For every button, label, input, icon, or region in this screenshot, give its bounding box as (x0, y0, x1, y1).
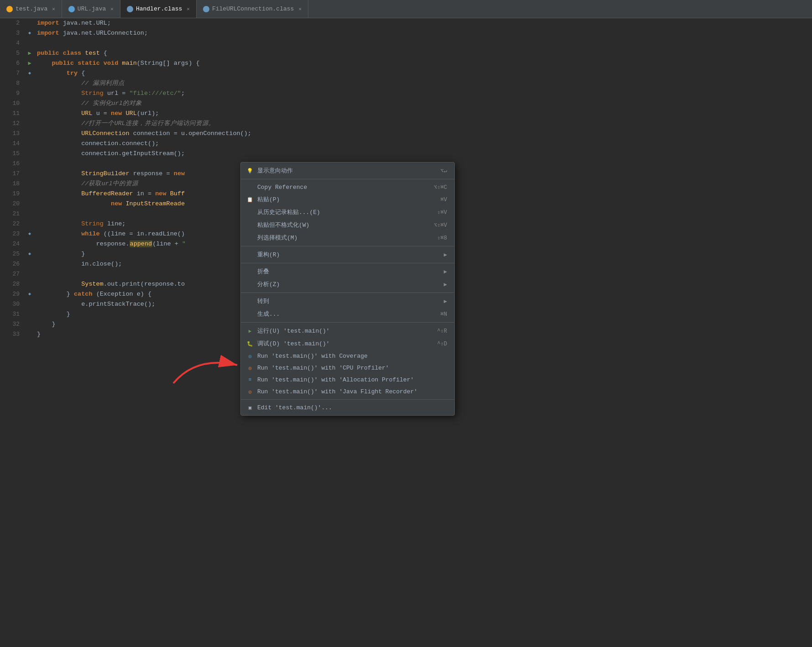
menu-item-column-select[interactable]: 列选择模式(M) ⇧⌘8 (241, 231, 454, 244)
menu-label-edit-main: Edit 'test.main()'... (257, 404, 332, 411)
goto-icon (246, 297, 254, 305)
tab-close-test-java[interactable]: ✕ (52, 6, 55, 12)
code-line-9: 9 String url = "file:///etc/"; (0, 89, 812, 99)
line-number-29: 29 (0, 289, 25, 299)
tab-handler-class[interactable]: Handler.class ✕ (120, 0, 197, 18)
code-line-15: 15 connection.getInputStream(); (0, 149, 812, 159)
menu-item-analyze[interactable]: 分析(Z) ▶ (241, 278, 454, 291)
code-content-9: String url = "file:///etc/"; (34, 89, 812, 99)
paste-plain-icon (246, 221, 254, 229)
code-content-7: try { (34, 68, 812, 78)
cpu-icon: ◎ (246, 364, 254, 371)
run-arrow-5[interactable]: ▶ (28, 48, 31, 58)
tab-fileurlconnection-class[interactable]: FileURLConnection.class ✕ (197, 0, 308, 18)
menu-item-debug[interactable]: 🐛 调试(D) 'test.main()' ^⇧D (241, 337, 454, 350)
code-line-10: 10 // 实例化url的对象 (0, 99, 812, 109)
menu-label-run-cpu: Run 'test.main()' with 'CPU Profiler' (257, 365, 389, 371)
menu-item-goto[interactable]: 转到 ▶ (241, 295, 454, 308)
edit-icon: ▣ (246, 404, 254, 411)
line-number-19: 19 (0, 189, 25, 199)
menu-item-run-jfr[interactable]: ◎ Run 'test.main()' with 'Java Flight Re… (241, 386, 454, 397)
refactor-icon (246, 251, 254, 258)
code-line-6: 6 ▶ public static void main(String[] arg… (0, 58, 812, 68)
line-number-30: 30 (0, 299, 25, 309)
tab-bar: test.java ✕ URL.java ✕ Handler.class ✕ F… (0, 0, 812, 18)
menu-item-generate[interactable]: 生成... ⌘N (241, 308, 454, 320)
menu-item-copy-reference[interactable]: Copy Reference ⌥⇧⌘C (241, 181, 454, 193)
gutter-23: ◆ (25, 229, 34, 239)
code-line-5: 5 ▶ public class test { (0, 48, 812, 58)
code-line-8: 8 // 漏洞利用点 (0, 78, 812, 89)
code-content-12: //打开一个URL连接，并运行客户端访问资源。 (34, 119, 812, 129)
menu-shortcut-paste-history: ⇧⌘V (437, 209, 447, 216)
tab-close-handler-class[interactable]: ✕ (187, 6, 190, 12)
tab-url-java[interactable]: URL.java ✕ (62, 0, 120, 18)
code-content-13: URLConnection connection = u.openConnect… (34, 129, 812, 139)
menu-shortcut-debug: ^⇧D (437, 340, 447, 347)
tab-icon-file (203, 6, 209, 12)
menu-shortcut-paste-plain: ⌥⇧⌘V (434, 222, 447, 229)
code-line-13: 13 URLConnection connection = u.openConn… (0, 129, 812, 139)
code-line-12: 12 //打开一个URL连接，并运行客户端访问资源。 (0, 119, 812, 129)
line-number-18: 18 (0, 179, 25, 189)
code-line-14: 14 connection.connect(); (0, 139, 812, 149)
gutter-3: ◆ (25, 28, 34, 38)
line-number-2: 2 (0, 18, 25, 28)
menu-label-paste-history: 从历史记录粘贴...(E) (257, 208, 320, 216)
code-content-6: public static void main(String[] args) { (34, 58, 812, 68)
paste-history-icon (246, 209, 254, 216)
copy-icon (246, 183, 254, 191)
tab-close-fileurlconnection-class[interactable]: ✕ (298, 6, 302, 12)
code-line-7: 7 ◆ try { (0, 68, 812, 78)
tab-close-url-java[interactable]: ✕ (110, 6, 114, 12)
code-line-4: 4 (0, 38, 812, 48)
menu-label-run-alloc: Run 'test.main()' with 'Allocation Profi… (257, 376, 414, 383)
menu-label-run-jfr: Run 'test.main()' with 'Java Flight Reco… (257, 388, 417, 395)
line-number-20: 20 (0, 199, 25, 209)
paste-icon: 📋 (246, 196, 254, 203)
line-number-24: 24 (0, 239, 25, 249)
run-arrow-6[interactable]: ▶ (28, 58, 31, 68)
code-content-2: import java.net.URL; (34, 18, 812, 28)
menu-item-paste-history[interactable]: 从历史记录粘贴...(E) ⇧⌘V (241, 206, 454, 219)
tab-icon-url (68, 6, 75, 12)
menu-label-run-coverage: Run 'test.main()' with Coverage (257, 353, 368, 360)
menu-label-fold: 折叠 (257, 267, 269, 276)
goto-submenu-arrow: ▶ (444, 298, 447, 305)
menu-item-fold[interactable]: 折叠 ▶ (241, 265, 454, 278)
code-content-3: import java.net.URLConnection; (34, 28, 812, 38)
tab-label-test-java: test.java (16, 5, 47, 12)
line-number-12: 12 (0, 119, 25, 129)
menu-item-run[interactable]: ▶ 运行(U) 'test.main()' ^⇧R (241, 324, 454, 337)
menu-item-refactor[interactable]: 重构(R) ▶ (241, 248, 454, 261)
menu-item-run-coverage[interactable]: ◎ Run 'test.main()' with Coverage (241, 350, 454, 362)
menu-separator-3 (241, 263, 454, 263)
bookmark-icon-23: ◆ (28, 229, 31, 239)
tab-test-java[interactable]: test.java ✕ (0, 0, 62, 18)
menu-item-show-actions[interactable]: 💡 显示意向动作 ⌥↵ (241, 164, 454, 177)
tab-icon-handler (127, 6, 133, 12)
analyze-submenu-arrow: ▶ (444, 281, 447, 288)
menu-item-paste[interactable]: 📋 粘贴(P) ⌘V (241, 193, 454, 206)
bookmark-icon-7: ◆ (28, 68, 31, 78)
menu-label-paste: 粘贴(P) (257, 195, 280, 203)
flight-icon: ◎ (246, 388, 254, 395)
line-number-27: 27 (0, 269, 25, 279)
bookmark-icon-25: ◆ (28, 249, 31, 259)
tab-label-handler-class: Handler.class (136, 5, 182, 12)
menu-item-edit-main[interactable]: ▣ Edit 'test.main()'... (241, 402, 454, 413)
menu-shortcut-run: ^⇧R (437, 328, 447, 334)
code-content-5: public class test { (34, 48, 812, 58)
run-icon: ▶ (246, 327, 254, 334)
menu-label-run: 运行(U) 'test.main()' (257, 327, 330, 335)
bulb-icon: 💡 (246, 167, 254, 174)
line-number-11: 11 (0, 109, 25, 119)
code-content-14: connection.connect(); (34, 139, 812, 149)
generate-icon (246, 310, 254, 318)
menu-separator-2 (241, 246, 454, 246)
line-number-14: 14 (0, 139, 25, 149)
menu-item-paste-plain[interactable]: 粘贴但不格式化(W) ⌥⇧⌘V (241, 219, 454, 231)
menu-item-run-alloc[interactable]: ≡ Run 'test.main()' with 'Allocation Pro… (241, 374, 454, 386)
code-content-15: connection.getInputStream(); (34, 149, 812, 159)
menu-item-run-cpu[interactable]: ◎ Run 'test.main()' with 'CPU Profiler' (241, 362, 454, 374)
